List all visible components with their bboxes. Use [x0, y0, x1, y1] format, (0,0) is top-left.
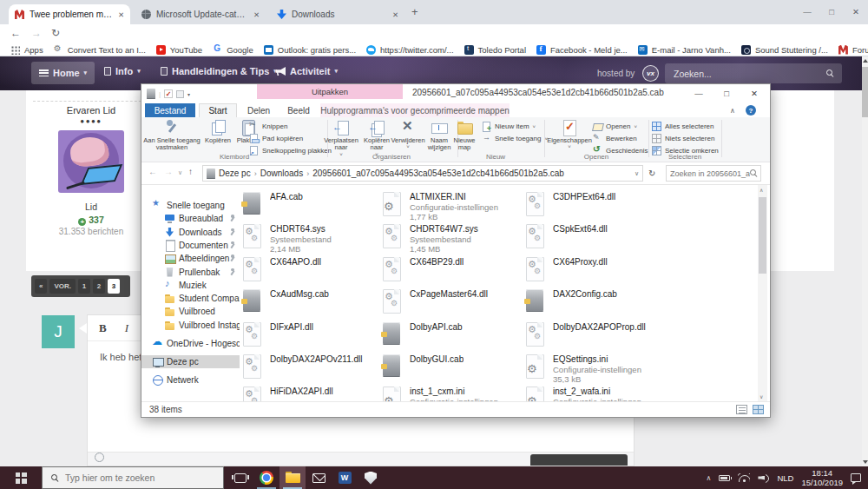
bookmark-item[interactable]: Google — [207, 45, 259, 55]
nav-back-icon[interactable]: ← — [148, 167, 157, 176]
bookmark-item[interactable]: https://twitter.com/... — [361, 45, 458, 55]
breadcrumb-segment[interactable]: Deze pc — [219, 169, 251, 178]
clock[interactable]: 18:14 15/10/2019 — [801, 468, 843, 487]
breadcrumb-dropdown-icon[interactable]: ∨ — [635, 170, 639, 177]
ribbon-collapse-icon[interactable]: ∧ — [730, 107, 735, 115]
ribbon-button-edit[interactable]: Bewerken — [593, 133, 637, 144]
member-avatar[interactable] — [58, 130, 124, 193]
taskbar-search-input[interactable] — [65, 472, 223, 483]
pagination-first-button[interactable]: « — [35, 279, 47, 294]
breadcrumb-segment[interactable]: 20956601_a07c095a44953ca054e53e1d2cb41b6… — [312, 169, 564, 178]
nav-up-icon[interactable]: ↑ — [188, 167, 193, 176]
files-scroll-down-icon[interactable]: ∨ — [760, 393, 763, 400]
file-item[interactable]: ⚙⚙DolbyDAX2APOv211.dll — [241, 354, 378, 383]
volume-icon[interactable] — [758, 473, 769, 482]
thumbnail-view-icon[interactable] — [753, 405, 764, 414]
file-item[interactable]: DolbyAPI.cab — [381, 321, 518, 351]
file-item[interactable]: ⚙⚙DIFxAPI.dll — [241, 321, 378, 351]
taskbar-app-defender[interactable] — [358, 466, 384, 489]
taskbar-app-taskview[interactable] — [227, 466, 253, 489]
taskbar-search[interactable] — [42, 466, 224, 489]
ribbon-button-path[interactable]: Pad kopiëren — [249, 133, 303, 144]
ribbon-button-move[interactable]: Verplaatsen naar˅ — [323, 119, 359, 157]
file-item[interactable]: ⚙⚙DolbyDAX2APOProp.dll — [524, 321, 661, 351]
ribbon-button-copy[interactable]: Kopiëren — [202, 119, 233, 144]
taskbar-app-chrome[interactable] — [253, 466, 279, 489]
submit-comment-button[interactable] — [530, 454, 628, 466]
ribbon-button-copyto[interactable]: Kopiëren naar˅ — [360, 119, 393, 157]
ribbon-tab-beeld[interactable]: Beeld — [280, 103, 317, 117]
page-scrollbar[interactable] — [862, 56, 868, 466]
wifi-icon[interactable] — [738, 473, 750, 482]
bookmark-item[interactable]: Apps — [5, 45, 49, 55]
bookmark-item[interactable]: Sound Stuttering /... — [736, 45, 833, 55]
sidebar-item-student-company[interactable]: Student Company — [141, 292, 240, 305]
italic-button[interactable]: I — [125, 321, 128, 335]
files-scrollbar[interactable]: ∧ ∨ — [758, 185, 767, 401]
taskbar-app-word[interactable] — [332, 466, 358, 489]
file-item[interactable]: ⚙inst_1_cxm.iniConfiguratie-instellingen — [381, 386, 518, 401]
explorer-maximize-button[interactable]: □ — [713, 84, 740, 102]
bookmark-item[interactable]: YouTube — [151, 45, 207, 55]
forward-icon[interactable]: → — [31, 27, 42, 39]
explorer-close-button[interactable]: ✕ — [740, 84, 768, 102]
ribbon-tab-start[interactable]: Start — [199, 103, 237, 117]
sidebar-item-netwerk[interactable]: Netwerk — [141, 373, 240, 387]
file-item[interactable]: ⚙⚙CX64APO.dll — [241, 256, 378, 286]
ribbon-button-cut[interactable]: Knippen — [249, 121, 287, 132]
sidebar-item-deze-pc[interactable]: Deze pc — [141, 355, 240, 368]
ribbon-button-props[interactable]: Eigenschappen˅ — [548, 119, 591, 149]
sidebar-item-documenten[interactable]: Documenten — [141, 239, 240, 252]
new-tab-button[interactable]: + — [411, 5, 418, 18]
breadcrumb[interactable]: Deze pc›Downloads›20956601_a07c095a44953… — [202, 165, 643, 182]
file-item[interactable]: ⚙⚙C3DHPExt64.dll — [524, 191, 661, 221]
file-item[interactable]: CxAudMsg.cab — [241, 288, 378, 318]
file-item[interactable]: AFA.cab — [241, 191, 378, 221]
ribbon-tab-contextual[interactable]: Hulpprogramma's voor gecomprimeerde mapp… — [320, 103, 510, 117]
scrollbar-thumb[interactable] — [862, 67, 868, 117]
commenter-avatar[interactable]: J — [42, 315, 75, 348]
sidebar-item-bureaublad[interactable]: Bureaublad — [141, 212, 240, 225]
bold-button[interactable]: B — [99, 321, 107, 335]
bookmark-item[interactable]: Toledo Portal — [459, 45, 531, 55]
files-scroll-thumb[interactable] — [759, 197, 766, 274]
qat-properties-icon[interactable] — [164, 89, 173, 98]
ribbon-button-pin[interactable]: Aan Snelle toegang vastmaken — [141, 119, 202, 152]
nav-forward-icon[interactable]: → — [164, 167, 173, 176]
browser-close-button[interactable]: ✕ — [844, 0, 868, 23]
sidebar-item-prullenbak[interactable]: Prullenbak — [141, 266, 240, 279]
help-icon[interactable]: ? — [746, 105, 756, 116]
scrollbar-up-icon[interactable] — [863, 59, 868, 63]
tray-overflow-icon[interactable]: ∧ — [707, 474, 712, 482]
start-button[interactable] — [0, 466, 42, 489]
ribbon-button-selnone[interactable]: Niets selecteren — [652, 133, 714, 144]
site-nav-home[interactable]: Home▾ — [31, 62, 95, 84]
emoji-icon[interactable] — [95, 453, 104, 462]
pagination-page-button[interactable]: 2 — [93, 279, 105, 294]
file-item[interactable]: ⚙⚙HiFiDAX2API.dll — [241, 386, 378, 401]
browser-tab[interactable]: Twee problemen met geluid - Pa✕ — [9, 4, 130, 24]
taskbar-app-explorer[interactable] — [279, 466, 306, 489]
bookmark-item[interactable]: Forums - PC Helpfo... — [833, 45, 868, 55]
language-indicator[interactable]: NLD — [777, 473, 793, 483]
ribbon-button-selall[interactable]: Alles selecteren — [652, 121, 713, 132]
search-icon[interactable] — [826, 69, 833, 77]
site-nav-handleidingen-tips[interactable]: Handleidingen & Tips▾ — [161, 66, 277, 76]
explorer-minimize-button[interactable]: — — [685, 84, 713, 102]
reload-icon[interactable]: ↻ — [51, 27, 60, 39]
qat-newfolder-icon[interactable] — [176, 90, 184, 98]
bookmark-item[interactable]: Facebook - Meld je... — [531, 45, 633, 55]
explorer-search-input[interactable] — [670, 169, 750, 178]
scrollbar-down-icon[interactable] — [863, 460, 868, 464]
site-nav-activiteit[interactable]: Activiteit▾ — [276, 66, 338, 76]
file-item[interactable]: ⚙ALTMIXER.INIConfiguratie-instellingen1,… — [381, 191, 518, 221]
file-item[interactable]: ⚙⚙CX64Proxy.dll — [524, 256, 661, 286]
ribbon-tab-bestand[interactable]: Bestand — [145, 103, 195, 117]
browser-minimize-button[interactable]: — — [795, 0, 819, 23]
explorer-search[interactable] — [666, 165, 761, 182]
breadcrumb-segment[interactable]: Downloads — [260, 169, 303, 178]
ribbon-button-newitem[interactable]: Nieuw item˅ — [482, 121, 536, 132]
file-item[interactable]: ⚙inst_2_wafa.iniConfiguratie-instellinge… — [524, 386, 661, 401]
file-item[interactable]: ⚙⚙CHDRT64.sysSysteembestand2,14 MB — [241, 223, 378, 253]
file-item[interactable]: ⚙⚙CxPageMaster64.dll — [381, 288, 518, 318]
